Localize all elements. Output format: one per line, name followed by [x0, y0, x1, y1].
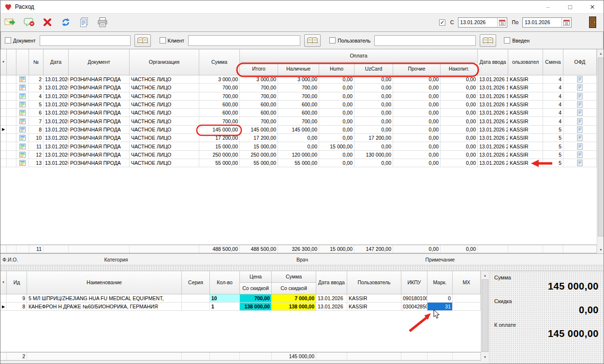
cell-accum[interactable]: 0,00: [441, 134, 478, 142]
cell-blank[interactable]: [7, 109, 16, 117]
cell-accum[interactable]: 0,00: [441, 92, 478, 101]
cell-entered[interactable]: 13.01.2026 20: [478, 126, 508, 134]
col-header-date[interactable]: Дата: [44, 49, 69, 75]
cell-entered[interactable]: 13.01.2026 20: [478, 134, 508, 142]
cell-n[interactable]: 3: [29, 84, 44, 92]
cell-name[interactable]: КАНЕФРОН Н ДРАЖЕ №60/БИОНОРИКА, ГЕРМАНИЯ: [27, 303, 182, 311]
col-header-user[interactable]: Пользователь: [347, 271, 401, 294]
cell-sum[interactable]: 138 000,00: [272, 303, 316, 311]
cell-total[interactable]: 600,00: [240, 109, 278, 117]
cell-marker[interactable]: [0, 134, 7, 142]
col-header-icon[interactable]: [16, 49, 29, 75]
table-row[interactable]: 513.01.2026РОЗНИЧНАЯ ПРОДАЧАСТНОЕ ЛИЦО60…: [0, 101, 597, 109]
user-checkbox[interactable]: [329, 37, 336, 44]
col-header-ikpu[interactable]: ИКПУ: [401, 271, 427, 294]
cell-other[interactable]: 0,00: [393, 109, 441, 117]
cell-sum[interactable]: 250 000,00: [199, 151, 240, 159]
cell-price[interactable]: 700,00: [240, 294, 272, 303]
document-filter-input[interactable]: [40, 35, 131, 46]
cell-blank[interactable]: [7, 126, 16, 134]
cell-entered[interactable]: 13.01.2026: [316, 303, 347, 311]
cell-blank[interactable]: [7, 75, 16, 84]
cell-ofd[interactable]: [563, 109, 597, 117]
cell-org[interactable]: ЧАСТНОЕ ЛИЦО: [130, 142, 199, 150]
col-header-humo[interactable]: Humo: [319, 62, 354, 75]
scroll-up-icon[interactable]: ▲: [481, 271, 489, 279]
cell-other[interactable]: 0,00: [393, 159, 441, 167]
cell-sum[interactable]: 700,00: [199, 84, 240, 92]
cell-series[interactable]: [182, 303, 210, 311]
cell-shift[interactable]: 4: [543, 75, 563, 84]
col-header-mark[interactable]: Марк.: [427, 271, 453, 294]
scroll-down-icon[interactable]: ▼: [597, 246, 604, 253]
cell-humo[interactable]: 0,00: [319, 92, 354, 101]
cell-ofd[interactable]: [563, 159, 597, 167]
cell-humo[interactable]: 0,00: [319, 75, 354, 84]
cell-entered[interactable]: 13.01.2026 19: [478, 75, 508, 84]
cell-doc[interactable]: РОЗНИЧНАЯ ПРОДА: [69, 117, 130, 125]
cell-n[interactable]: 4: [29, 92, 44, 101]
cell-ofd[interactable]: [563, 101, 597, 109]
cell-entered[interactable]: 13.01.2026 19: [478, 101, 508, 109]
cell-n[interactable]: 8: [29, 126, 44, 134]
cell-ofd[interactable]: [563, 92, 597, 101]
col-subheader-price-discount[interactable]: Со скидкой: [240, 283, 272, 294]
cell-doc[interactable]: РОЗНИЧНАЯ ПРОДА: [69, 92, 130, 101]
cell-uzcard[interactable]: 0,00: [354, 109, 393, 117]
cell-n[interactable]: 6: [29, 109, 44, 117]
cell-cash[interactable]: 700,00: [278, 117, 319, 125]
cell-date[interactable]: 13.01.2026: [44, 92, 69, 101]
col-header-ofd[interactable]: ОФД: [563, 49, 597, 75]
cell-series[interactable]: [182, 294, 210, 303]
table-row[interactable]: 713.01.2026РОЗНИЧНАЯ ПРОДАЧАСТНОЕ ЛИЦО70…: [0, 117, 597, 125]
cell-user[interactable]: KASSIR: [508, 75, 543, 84]
cell-icon[interactable]: [16, 134, 29, 142]
col-header-sum[interactable]: Сумма: [272, 271, 316, 283]
scroll-down-icon[interactable]: ▼: [481, 353, 489, 361]
cell-date[interactable]: 13.01.2026: [44, 75, 69, 84]
cell-ikpu[interactable]: 030042850: [401, 303, 427, 311]
cell-cash[interactable]: 55 000,00: [278, 159, 319, 167]
document-button[interactable]: [76, 15, 92, 29]
cell-doc[interactable]: РОЗНИЧНАЯ ПРОДА: [69, 142, 130, 150]
cell-shift[interactable]: 4: [543, 84, 563, 92]
cell-total[interactable]: 55 000,00: [240, 159, 278, 167]
cell-blank[interactable]: [7, 101, 16, 109]
cell-other[interactable]: 0,00: [393, 84, 441, 92]
cell-marker[interactable]: ▶: [0, 126, 7, 134]
cell-humo[interactable]: 0,00: [319, 126, 354, 134]
user-filter-input[interactable]: [374, 35, 476, 46]
cell-entered[interactable]: 13.01.2026 20: [478, 159, 508, 167]
to-date-input[interactable]: [523, 18, 561, 27]
cell-sum[interactable]: 55 000,00: [199, 159, 240, 167]
cell-date[interactable]: 13.01.2026: [44, 117, 69, 125]
cell-uzcard[interactable]: 0,00: [354, 84, 393, 92]
cell-doc[interactable]: РОЗНИЧНАЯ ПРОДА: [69, 109, 130, 117]
table-row[interactable]: 313.01.2026РОЗНИЧНАЯ ПРОДАЧАСТНОЕ ЛИЦО70…: [0, 84, 597, 92]
cell-name[interactable]: 5 МЛ ШПРИЦ/ZHEJIANG HUA FU MEDICAL EQUIP…: [27, 294, 182, 303]
cell-ofd[interactable]: [563, 151, 597, 159]
cell-shift[interactable]: 5: [543, 151, 563, 159]
col-header-total[interactable]: Итого: [240, 62, 278, 75]
cell-other[interactable]: 0,00: [393, 151, 441, 159]
client-filter-input[interactable]: [188, 35, 300, 46]
col-header-user[interactable]: ользовател: [508, 49, 543, 75]
cell-marker[interactable]: [0, 101, 7, 109]
cell-ofd[interactable]: [563, 84, 597, 92]
cell-date[interactable]: 13.01.2026: [44, 151, 69, 159]
table-row[interactable]: ▶813.01.2026РОЗНИЧНАЯ ПРОДАЧАСТНОЕ ЛИЦО1…: [0, 126, 597, 134]
col-header-sum[interactable]: Сумма: [199, 49, 240, 75]
cell-doc[interactable]: РОЗНИЧНАЯ ПРОДА: [69, 151, 130, 159]
exit-button[interactable]: [586, 15, 600, 29]
cell-ofd[interactable]: [563, 134, 597, 142]
detail-grid-scrollbar[interactable]: ▲ ▼: [481, 271, 489, 361]
cell-id[interactable]: 8: [7, 303, 27, 311]
cell-other[interactable]: 0,00: [393, 92, 441, 101]
cell-total[interactable]: 145 000,00: [240, 126, 278, 134]
cell-sum[interactable]: 700,00: [199, 92, 240, 101]
cell-org[interactable]: ЧАСТНОЕ ЛИЦО: [130, 75, 199, 84]
cell-total[interactable]: 3 000,00: [240, 75, 278, 84]
cell-date[interactable]: 13.01.2026: [44, 84, 69, 92]
col-header-uzcard[interactable]: UzCard: [354, 62, 393, 75]
table-row[interactable]: 1013.01.2026РОЗНИЧНАЯ ПРОДАЧАСТНОЕ ЛИЦО1…: [0, 134, 597, 142]
